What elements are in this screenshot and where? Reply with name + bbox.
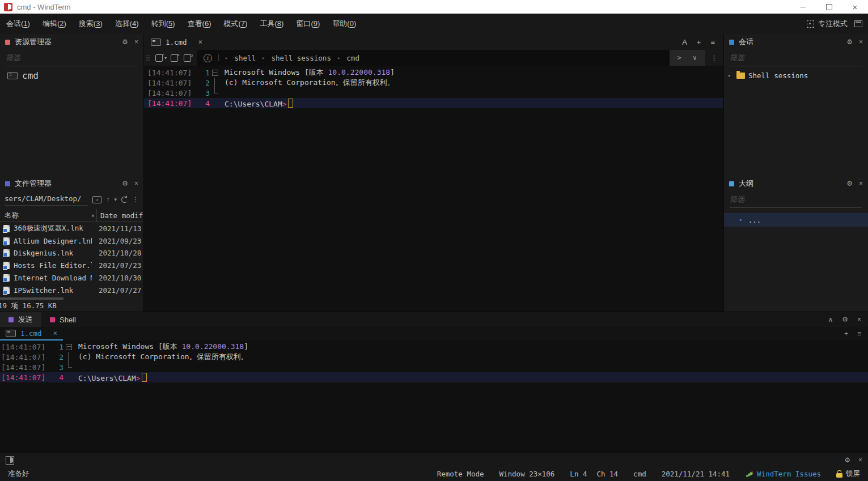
footer-toolbar: ⚙ × [0,453,868,467]
divider [218,54,219,61]
status-ready: 准备好 [8,469,29,479]
table-row[interactable]: IPSwitcher.lnk 2021/07/27 [0,284,143,296]
close-icon[interactable]: × [134,180,138,188]
lock-screen-button[interactable]: 锁屏 [836,469,860,479]
windterm-issues-link[interactable]: WindTerm Issues [745,470,821,478]
table-row[interactable]: Hosts File Editor.lnk 2021/07/23 [0,259,143,272]
more-options-icon[interactable]: ⋮ [132,195,139,203]
explorer-filter-input[interactable]: 筛选 [6,51,138,66]
new-session-icon[interactable] [155,54,163,62]
sessions-item-shell-sessions[interactable]: ▸ Shell sessions [724,69,868,82]
menu-help[interactable]: 帮助(0) [326,19,362,29]
shortcut-file-icon [3,287,10,294]
breadcrumb-shell[interactable]: shell [235,54,256,62]
menu-goto[interactable]: 转到(5) [145,19,181,29]
scrollbar-thumb[interactable] [0,297,63,300]
fold-marker[interactable] [210,67,220,78]
close-icon[interactable]: × [859,38,863,46]
table-row[interactable]: Altium Designer.lnk 2021/09/23 [0,235,143,247]
path-input[interactable]: sers/CLAM/Desktop/ [5,193,88,206]
file-table-header: 名称 ▲ Date modif [0,209,143,223]
tab-shell[interactable]: Shell [41,312,84,327]
chevron-down-icon[interactable]: ▾ [114,197,117,202]
breadcrumb-shell-sessions[interactable]: shell sessions [272,54,331,62]
terminal-line: [14:41:07] 3 [144,88,723,98]
tab-1cmd[interactable]: 1.cmd × [144,34,209,50]
terminal-line: [14:41:07] 1 Microsoft Windows [版本 10.0.… [144,67,723,78]
clear-path-icon[interactable]: × [92,196,101,203]
file-manager-header: 文件管理器 ⚙ × [0,176,143,191]
close-window-button[interactable]: × [842,0,868,14]
new-tab-icon[interactable]: + [697,38,701,46]
terminal-output[interactable]: [14:41:07] 1 Microsoft Windows [版本 10.0.… [144,66,723,312]
horizontal-scrollbar[interactable] [0,297,143,300]
chevron-down-icon[interactable]: ▾ [164,56,167,61]
subtab-1cmd[interactable]: 1.cmd × [0,327,63,340]
menu-view[interactable]: 查看(6) [181,19,218,29]
shell-panel-icon [50,317,55,322]
expand-arrow-icon[interactable]: ▸ [728,73,733,78]
outline-filter-input[interactable]: 筛选 [730,193,862,208]
open-session-icon[interactable] [184,54,191,62]
close-tab-icon[interactable]: × [53,329,57,337]
tab-send[interactable]: 发送 [0,312,41,327]
maximize-button[interactable] [816,0,842,14]
info-icon[interactable]: i [204,54,212,62]
column-header-date[interactable]: Date modif [97,211,143,220]
menu-search[interactable]: 搜索(3) [73,19,109,29]
chevron-down-icon[interactable]: ∨ [693,54,697,62]
close-icon[interactable]: × [858,456,862,464]
table-row[interactable]: Internet Download Ma… 2021/10/30 [0,272,143,284]
menu-select[interactable]: 选择(4) [109,19,145,29]
gear-icon[interactable]: ⚙ [846,38,853,46]
status-column: Ch 14 [596,470,618,478]
panel-layout-icon[interactable] [854,20,862,27]
font-size-icon[interactable]: A [682,38,687,46]
lock-icon [836,473,842,478]
gear-icon[interactable]: ⚙ [844,456,850,464]
collapse-icon[interactable]: ∧ [828,316,833,323]
gear-icon[interactable]: ⚙ [846,180,853,188]
focus-mode-icon [807,20,814,28]
close-icon[interactable]: × [859,180,863,188]
column-header-name[interactable]: 名称 ▲ [0,209,97,222]
tab-list-icon[interactable]: ≡ [710,38,715,46]
bottom-pane: 发送 Shell ∧ ⚙ × 1.cmd × + ≡ [0,312,868,454]
menu-mode[interactable]: 模式(7) [218,19,254,29]
table-row[interactable]: Diskgenius.lnk 2021/10/28 [0,247,143,259]
new-tab-icon[interactable]: + [844,330,848,338]
focus-mode-button[interactable]: 专注模式 [807,19,848,29]
gear-icon[interactable]: ⚙ [122,38,128,46]
menu-window[interactable]: 窗口(9) [290,19,326,29]
menu-session[interactable]: 会话(1) [0,19,36,29]
up-directory-icon[interactable]: ↑ [106,195,109,203]
close-icon[interactable]: × [134,38,138,46]
menu-edit[interactable]: 编辑(2) [36,19,73,29]
status-shell-type[interactable]: cmd [633,470,646,478]
close-icon[interactable]: × [857,316,861,323]
outline-selected-item[interactable]: • ... [724,213,868,227]
explorer-item-cmd[interactable]: cmd [0,69,143,82]
run-icon[interactable]: > [678,54,681,62]
sessions-filter-input[interactable]: 筛选 [730,51,862,66]
terminal-line: [14:41:07] 3 [0,362,868,372]
close-tab-icon[interactable]: × [198,38,202,46]
fold-guide-end [63,362,74,372]
tab-list-icon[interactable]: ≡ [857,330,861,338]
refresh-icon[interactable] [121,197,128,203]
shortcut-file-icon [3,274,10,282]
status-remote-mode[interactable]: Remote Mode [437,470,484,478]
close-session-icon[interactable] [171,54,178,62]
drag-handle[interactable]: ⣿ [144,54,153,62]
windterm-outline-icon[interactable] [6,456,14,465]
bottom-terminal-output[interactable]: [14:41:07] 1 Microsoft Windows [版本 10.0.… [0,340,868,454]
crumb-arrow-icon: ▸ [337,55,340,61]
minimize-button[interactable] [790,0,816,14]
gear-icon[interactable]: ⚙ [122,180,128,188]
more-options-icon[interactable]: ⋮ [705,54,723,62]
fold-marker[interactable] [63,342,74,352]
table-row[interactable]: 360极速浏览器X.lnk 2021/11/13 [0,222,143,235]
menu-tools[interactable]: 工具(8) [253,19,290,29]
gear-icon[interactable]: ⚙ [842,316,848,323]
breadcrumb-cmd[interactable]: cmd [346,54,359,62]
